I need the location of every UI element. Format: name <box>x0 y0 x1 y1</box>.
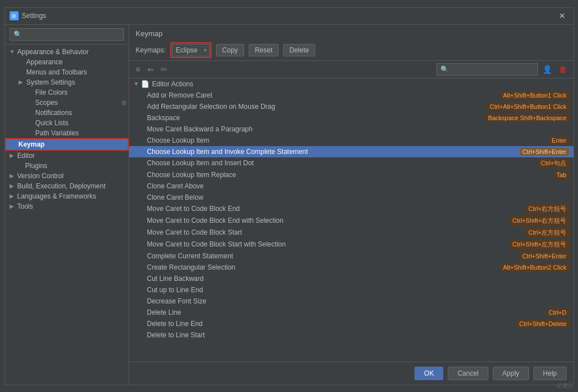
sidebar-item-appearance[interactable]: Appearance <box>5 57 129 67</box>
sidebar-item-plugins[interactable]: Plugins <box>5 161 129 171</box>
delete-shortcut-button[interactable]: 🗑 <box>557 64 569 75</box>
sidebar-item-build-execution[interactable]: Build, Execution, Deployment <box>5 181 129 191</box>
close-button[interactable]: ✕ <box>555 10 569 21</box>
sidebar-item-menus-toolbars[interactable]: Menus and Toolbars <box>5 67 129 77</box>
action-name: Move Caret Backward a Paragraph <box>147 125 569 133</box>
sidebar-item-editor[interactable]: Editor <box>5 151 129 161</box>
action-name: Add or Remove Caret <box>147 91 498 99</box>
window-icon: ⚙ <box>10 11 19 20</box>
user-icon-button[interactable]: 👤 <box>540 64 554 75</box>
action-name: Complete Current Statement <box>147 252 518 260</box>
sidebar-item-version-control[interactable]: Version Control <box>5 171 129 181</box>
action-shortcut: Ctrl+Shift+右方括号 <box>510 216 569 226</box>
settings-window: ⚙ Settings ✕ Appearance & Behavior Appea… <box>5 7 574 385</box>
action-search-input[interactable] <box>436 63 538 76</box>
help-button[interactable]: Help <box>533 367 567 380</box>
action-name: Move Caret to Code Block Start with Sele… <box>147 240 508 248</box>
add-shortcut-button[interactable]: ✏ <box>158 64 170 75</box>
sidebar-item-scopes[interactable]: Scopes ▦ <box>5 98 129 108</box>
tree-arrow <box>10 49 17 55</box>
action-row[interactable]: Create Rectangular Selection Alt+Shift+B… <box>129 262 573 273</box>
action-name: Delete to Line Start <box>147 331 569 339</box>
copy-button[interactable]: Copy <box>216 44 244 56</box>
action-name: Choose Lookup Item and Invoke Complete S… <box>147 148 518 156</box>
action-row[interactable]: Move Caret to Code Block Start with Sele… <box>129 239 573 250</box>
delete-button[interactable]: Delete <box>283 44 315 56</box>
sidebar-item-label: Plugins <box>25 162 126 170</box>
action-row[interactable]: Cut Line Backward <box>129 273 573 284</box>
action-row[interactable]: Move Caret to Code Block End Ctrl+右方括号 <box>129 203 573 215</box>
sidebar-item-file-colors[interactable]: File Colors <box>5 87 129 98</box>
sidebar-item-tools[interactable]: Tools <box>5 201 129 212</box>
action-row[interactable]: Clone Caret Above <box>129 180 573 192</box>
section-arrow-icon: ▼ <box>134 81 139 87</box>
tree-area: Appearance & Behavior Appearance Menus a… <box>5 45 129 385</box>
expand-all-button[interactable]: ≡ <box>134 64 143 75</box>
sidebar-search-input[interactable] <box>10 28 124 41</box>
sidebar-item-keymap[interactable]: Keymap <box>5 138 129 151</box>
action-row[interactable]: Decrease Font Size <box>129 296 573 307</box>
sidebar-item-label: System Settings <box>27 78 126 86</box>
sidebar-item-label: File Colors <box>36 89 126 96</box>
action-row[interactable]: Complete Current Statement Ctrl+Shift+En… <box>129 250 573 262</box>
keymap-select[interactable]: Eclipse Default Emacs <box>172 44 210 56</box>
apply-button[interactable]: Apply <box>493 367 529 380</box>
ok-button[interactable]: OK <box>414 367 443 380</box>
action-row[interactable]: Add or Remove Caret Alt+Shift+Button1 Cl… <box>129 90 573 101</box>
action-shortcut: Ctrl+Shift+Enter <box>520 148 568 156</box>
sidebar-item-appearance-behavior[interactable]: Appearance & Behavior <box>5 47 129 57</box>
action-row[interactable]: Choose Lookup Item and Insert Dot Ctrl+句… <box>129 157 573 169</box>
editor-actions-section[interactable]: ▼ 📄 Editor Actions <box>129 78 573 90</box>
action-row[interactable]: Choose Lookup Item Enter <box>129 135 573 146</box>
main-panel: Keymap Keymaps: Eclipse Default Emacs ▼ <box>129 25 573 385</box>
sidebar-item-notifications[interactable]: Notifications <box>5 108 129 118</box>
action-name: Decrease Font Size <box>147 297 569 305</box>
action-row[interactable]: Delete to Line Start <box>129 329 573 341</box>
keymaps-label: Keymaps: <box>136 46 166 54</box>
action-row[interactable]: Clone Caret Below <box>129 192 573 203</box>
action-shortcut: Enter <box>549 136 568 144</box>
action-row[interactable]: Move Caret to Code Block Start Ctrl+左方括号 <box>129 227 573 239</box>
action-row[interactable]: Delete to Line End Ctrl+Shift+Delete <box>129 318 573 329</box>
sidebar-item-label: Build, Execution, Deployment <box>17 182 126 190</box>
reset-button[interactable]: Reset <box>249 44 279 56</box>
action-row[interactable]: Move Caret to Code Block End with Select… <box>129 215 573 227</box>
sidebar-item-label: Languages & Frameworks <box>17 192 126 200</box>
sidebar-item-quick-lists[interactable]: Quick Lists <box>5 118 129 128</box>
action-shortcut: Alt+Shift+Button2 Click <box>501 263 569 271</box>
sidebar-item-label: Notifications <box>36 109 126 117</box>
action-shortcut: Ctrl+D <box>546 309 568 316</box>
action-name: Clone Caret Above <box>147 182 569 190</box>
action-row[interactable]: Delete Line Ctrl+D <box>129 307 573 318</box>
sidebar: Appearance & Behavior Appearance Menus a… <box>5 25 129 385</box>
action-row[interactable]: Choose Lookup Item Replace Tab <box>129 169 573 180</box>
content-area: Appearance & Behavior Appearance Menus a… <box>5 25 573 385</box>
action-shortcut: Ctrl+Shift+Delete <box>517 320 569 328</box>
cancel-button[interactable]: Cancel <box>448 367 488 380</box>
action-name: Choose Lookup Item <box>147 136 548 144</box>
action-shortcut: Alt+Shift+Button1 Click <box>501 91 569 99</box>
action-name: Add Rectangular Selection on Mouse Drag <box>147 103 486 111</box>
collapse-all-button[interactable]: ⇐ <box>145 64 156 75</box>
sidebar-item-path-variables[interactable]: Path Variables <box>5 128 129 138</box>
action-shortcut: Ctrl+右方括号 <box>526 204 569 214</box>
editor-icon: 📄 <box>141 80 149 88</box>
title-bar: ⚙ Settings ✕ <box>5 8 573 25</box>
sidebar-item-label: Menus and Toolbars <box>27 68 126 76</box>
sidebar-item-label: Editor <box>17 152 126 160</box>
action-shortcut: Tab <box>554 171 569 179</box>
action-row-selected[interactable]: Choose Lookup Item and Invoke Complete S… <box>129 146 573 157</box>
action-name: Backspace <box>147 114 484 122</box>
sidebar-item-label: Path Variables <box>36 129 126 137</box>
action-row[interactable]: Move Caret Backward a Paragraph <box>129 124 573 135</box>
action-row[interactable]: Add Rectangular Selection on Mouse Drag … <box>129 101 573 112</box>
action-name: Choose Lookup Item and Insert Dot <box>147 159 536 167</box>
sidebar-item-languages-frameworks[interactable]: Languages & Frameworks <box>5 191 129 201</box>
sidebar-item-system-settings[interactable]: System Settings <box>5 77 129 87</box>
action-name: Cut up to Line End <box>147 286 569 294</box>
action-row[interactable]: Backspace Backspace Shift+Backspace <box>129 112 573 124</box>
toolbar-right: 👤 🗑 <box>436 63 569 76</box>
sidebar-item-label: Appearance & Behavior <box>17 48 126 56</box>
keymap-header: Keymap Keymaps: Eclipse Default Emacs ▼ <box>129 25 573 61</box>
action-row[interactable]: Cut up to Line End <box>129 284 573 296</box>
